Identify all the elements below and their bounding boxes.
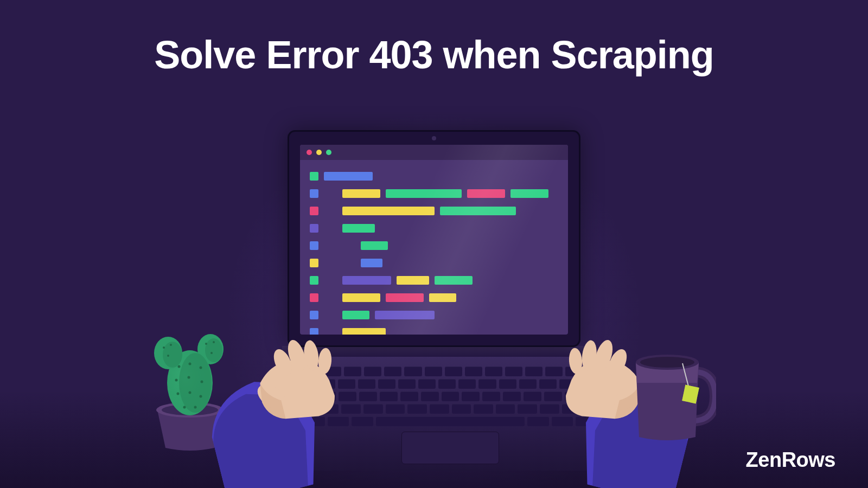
- laptop-trackpad: [401, 432, 499, 464]
- traffic-light-zoom-icon: [326, 150, 331, 155]
- svg-point-37: [640, 357, 694, 368]
- webcam-icon: [432, 136, 436, 140]
- code-editor-screen: [300, 145, 568, 335]
- page-title: Solve Error 403 when Scraping: [0, 33, 868, 77]
- svg-point-20: [163, 346, 165, 349]
- traffic-light-minimize-icon: [316, 150, 322, 155]
- laptop-illustration: [266, 130, 602, 471]
- code-block: [300, 160, 568, 335]
- window-titlebar: [300, 145, 568, 160]
- laptop-base: [266, 357, 635, 471]
- tea-mug-illustration: [624, 339, 716, 450]
- brand-logo: ZenRows: [746, 448, 835, 472]
- traffic-light-close-icon: [307, 150, 312, 155]
